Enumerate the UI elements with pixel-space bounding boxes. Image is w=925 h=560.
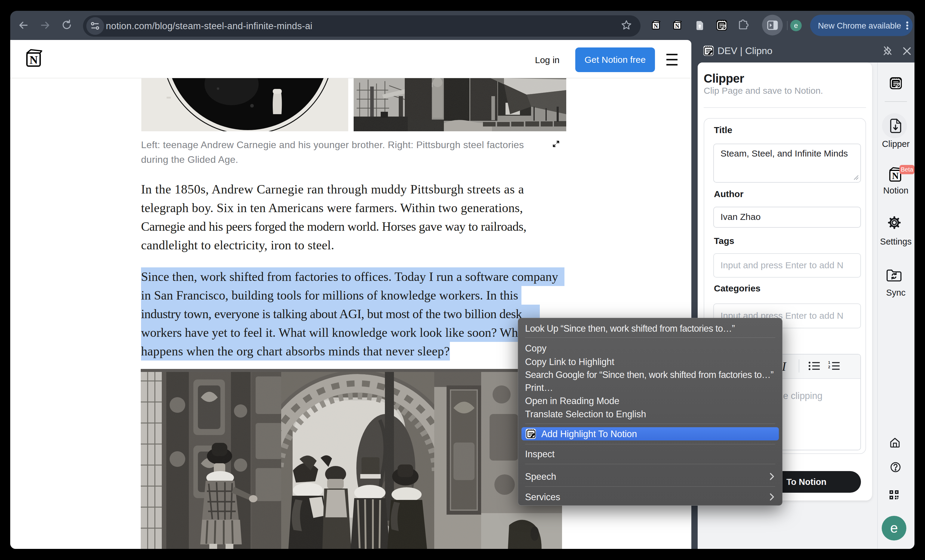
svg-text:2: 2 [828, 365, 830, 369]
svg-text:1: 1 [828, 360, 830, 365]
svg-text:N: N [30, 54, 38, 66]
svg-text:N: N [892, 171, 899, 181]
